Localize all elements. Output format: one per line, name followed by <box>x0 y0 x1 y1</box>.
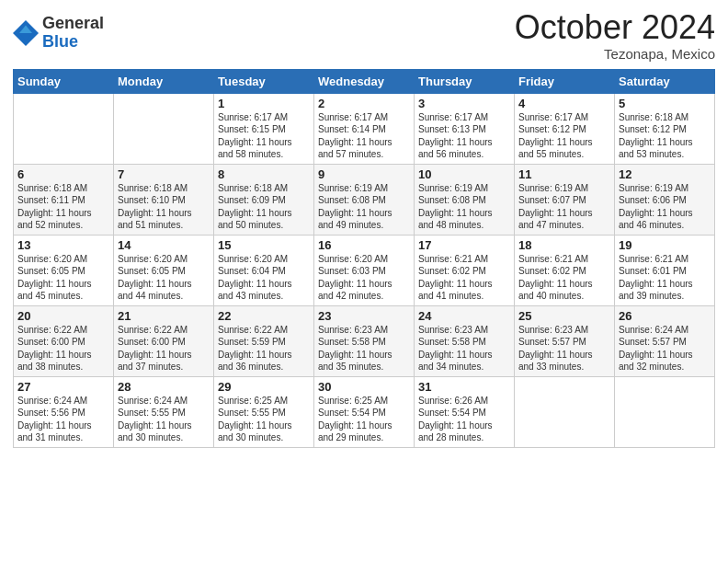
calendar-cell: 19Sunrise: 6:21 AMSunset: 6:01 PMDayligh… <box>615 235 715 305</box>
day-info: Sunrise: 6:22 AMSunset: 6:00 PMDaylight:… <box>17 324 109 373</box>
day-info: Sunrise: 6:24 AMSunset: 5:55 PMDaylight:… <box>118 395 210 444</box>
day-info: Sunrise: 6:19 AMSunset: 6:08 PMDaylight:… <box>318 182 410 232</box>
calendar-cell: 5Sunrise: 6:18 AMSunset: 6:12 PMDaylight… <box>615 93 715 164</box>
calendar-cell: 28Sunrise: 6:24 AMSunset: 5:55 PMDayligh… <box>114 376 214 447</box>
calendar-cell: 21Sunrise: 6:22 AMSunset: 6:00 PMDayligh… <box>114 305 214 376</box>
day-number: 10 <box>418 167 510 181</box>
calendar-cell: 29Sunrise: 6:25 AMSunset: 5:55 PMDayligh… <box>214 376 314 447</box>
day-number: 25 <box>518 309 610 323</box>
day-number: 13 <box>17 238 109 252</box>
calendar-cell: 24Sunrise: 6:23 AMSunset: 5:58 PMDayligh… <box>415 305 515 376</box>
day-info: Sunrise: 6:20 AMSunset: 6:04 PMDaylight:… <box>218 253 310 303</box>
calendar-cell: 22Sunrise: 6:22 AMSunset: 5:59 PMDayligh… <box>214 305 314 376</box>
weekday-header-wednesday: Wednesday <box>314 69 415 93</box>
day-number: 12 <box>619 167 711 181</box>
weekday-header-friday: Friday <box>515 69 615 93</box>
logo-icon <box>13 20 39 46</box>
day-info: Sunrise: 6:17 AMSunset: 6:15 PMDaylight:… <box>218 111 310 161</box>
day-info: Sunrise: 6:22 AMSunset: 6:00 PMDaylight:… <box>118 324 210 373</box>
day-info: Sunrise: 6:17 AMSunset: 6:13 PMDaylight:… <box>418 111 510 161</box>
weekday-header-sunday: Sunday <box>14 69 114 93</box>
calendar-cell: 13Sunrise: 6:20 AMSunset: 6:05 PMDayligh… <box>14 235 114 305</box>
day-number: 18 <box>518 238 610 252</box>
calendar-cell: 20Sunrise: 6:22 AMSunset: 6:00 PMDayligh… <box>14 305 114 376</box>
calendar-cell: 15Sunrise: 6:20 AMSunset: 6:04 PMDayligh… <box>214 235 314 305</box>
calendar-cell: 25Sunrise: 6:23 AMSunset: 5:57 PMDayligh… <box>515 305 615 376</box>
calendar-cell: 17Sunrise: 6:21 AMSunset: 6:02 PMDayligh… <box>415 235 515 305</box>
title-block: October 2024 Tezonapa, Mexico <box>515 9 715 62</box>
day-number: 21 <box>118 309 210 323</box>
day-number: 2 <box>318 97 410 110</box>
calendar-cell <box>14 93 114 164</box>
day-number: 1 <box>218 97 310 110</box>
logo: General Blue <box>13 15 104 52</box>
calendar-cell: 2Sunrise: 6:17 AMSunset: 6:14 PMDaylight… <box>314 93 415 164</box>
page-header: General Blue October 2024 Tezonapa, Mexi… <box>13 9 715 62</box>
day-info: Sunrise: 6:23 AMSunset: 5:58 PMDaylight:… <box>318 324 410 373</box>
day-number: 3 <box>418 97 510 110</box>
calendar-cell: 31Sunrise: 6:26 AMSunset: 5:54 PMDayligh… <box>415 376 515 447</box>
day-info: Sunrise: 6:25 AMSunset: 5:55 PMDaylight:… <box>218 395 310 444</box>
calendar-cell <box>515 376 615 447</box>
day-info: Sunrise: 6:20 AMSunset: 6:03 PMDaylight:… <box>318 253 410 303</box>
day-number: 4 <box>518 97 610 110</box>
day-number: 14 <box>118 238 210 252</box>
calendar-cell: 6Sunrise: 6:18 AMSunset: 6:11 PMDaylight… <box>14 164 114 235</box>
weekday-header-monday: Monday <box>114 69 214 93</box>
calendar-cell: 16Sunrise: 6:20 AMSunset: 6:03 PMDayligh… <box>314 235 415 305</box>
day-info: Sunrise: 6:17 AMSunset: 6:14 PMDaylight:… <box>318 111 410 161</box>
calendar-week-row: 27Sunrise: 6:24 AMSunset: 5:56 PMDayligh… <box>14 376 715 447</box>
calendar-cell <box>615 376 715 447</box>
calendar-cell <box>114 93 214 164</box>
weekday-header-thursday: Thursday <box>415 69 515 93</box>
calendar-cell: 10Sunrise: 6:19 AMSunset: 6:08 PMDayligh… <box>415 164 515 235</box>
day-number: 9 <box>318 167 410 181</box>
day-number: 8 <box>218 167 310 181</box>
day-number: 11 <box>518 167 610 181</box>
day-info: Sunrise: 6:18 AMSunset: 6:10 PMDaylight:… <box>118 182 210 232</box>
calendar-cell: 8Sunrise: 6:18 AMSunset: 6:09 PMDaylight… <box>214 164 314 235</box>
calendar-cell: 27Sunrise: 6:24 AMSunset: 5:56 PMDayligh… <box>14 376 114 447</box>
day-info: Sunrise: 6:19 AMSunset: 6:06 PMDaylight:… <box>619 182 711 232</box>
logo-general: General <box>42 15 104 33</box>
calendar-cell: 1Sunrise: 6:17 AMSunset: 6:15 PMDaylight… <box>214 93 314 164</box>
calendar-cell: 4Sunrise: 6:17 AMSunset: 6:12 PMDaylight… <box>515 93 615 164</box>
calendar-cell: 12Sunrise: 6:19 AMSunset: 6:06 PMDayligh… <box>615 164 715 235</box>
calendar-week-row: 13Sunrise: 6:20 AMSunset: 6:05 PMDayligh… <box>14 235 715 305</box>
day-number: 24 <box>418 309 510 323</box>
day-number: 6 <box>17 167 109 181</box>
weekday-header-row: SundayMondayTuesdayWednesdayThursdayFrid… <box>14 69 715 93</box>
day-number: 19 <box>619 238 711 252</box>
calendar-cell: 26Sunrise: 6:24 AMSunset: 5:57 PMDayligh… <box>615 305 715 376</box>
logo-text: General Blue <box>42 15 104 52</box>
day-info: Sunrise: 6:18 AMSunset: 6:09 PMDaylight:… <box>218 182 310 232</box>
day-number: 5 <box>619 97 711 110</box>
calendar-cell: 18Sunrise: 6:21 AMSunset: 6:02 PMDayligh… <box>515 235 615 305</box>
day-info: Sunrise: 6:17 AMSunset: 6:12 PMDaylight:… <box>518 111 610 161</box>
weekday-header-saturday: Saturday <box>615 69 715 93</box>
calendar-cell: 23Sunrise: 6:23 AMSunset: 5:58 PMDayligh… <box>314 305 415 376</box>
day-number: 26 <box>619 309 711 323</box>
day-info: Sunrise: 6:24 AMSunset: 5:57 PMDaylight:… <box>619 324 711 373</box>
day-info: Sunrise: 6:21 AMSunset: 6:01 PMDaylight:… <box>619 253 711 303</box>
calendar-cell: 14Sunrise: 6:20 AMSunset: 6:05 PMDayligh… <box>114 235 214 305</box>
calendar-cell: 7Sunrise: 6:18 AMSunset: 6:10 PMDaylight… <box>114 164 214 235</box>
day-number: 15 <box>218 238 310 252</box>
calendar-cell: 3Sunrise: 6:17 AMSunset: 6:13 PMDaylight… <box>415 93 515 164</box>
day-info: Sunrise: 6:23 AMSunset: 5:58 PMDaylight:… <box>418 324 510 373</box>
calendar-cell: 11Sunrise: 6:19 AMSunset: 6:07 PMDayligh… <box>515 164 615 235</box>
calendar-week-row: 6Sunrise: 6:18 AMSunset: 6:11 PMDaylight… <box>14 164 715 235</box>
day-info: Sunrise: 6:20 AMSunset: 6:05 PMDaylight:… <box>118 253 210 303</box>
day-info: Sunrise: 6:25 AMSunset: 5:54 PMDaylight:… <box>318 395 410 444</box>
calendar-week-row: 1Sunrise: 6:17 AMSunset: 6:15 PMDaylight… <box>14 93 715 164</box>
day-number: 27 <box>17 380 109 394</box>
day-number: 28 <box>118 380 210 394</box>
day-number: 23 <box>318 309 410 323</box>
day-number: 29 <box>218 380 310 394</box>
calendar-cell: 30Sunrise: 6:25 AMSunset: 5:54 PMDayligh… <box>314 376 415 447</box>
day-info: Sunrise: 6:21 AMSunset: 6:02 PMDaylight:… <box>418 253 510 303</box>
day-info: Sunrise: 6:22 AMSunset: 5:59 PMDaylight:… <box>218 324 310 373</box>
day-info: Sunrise: 6:19 AMSunset: 6:08 PMDaylight:… <box>418 182 510 232</box>
day-info: Sunrise: 6:26 AMSunset: 5:54 PMDaylight:… <box>418 395 510 444</box>
day-number: 20 <box>17 309 109 323</box>
